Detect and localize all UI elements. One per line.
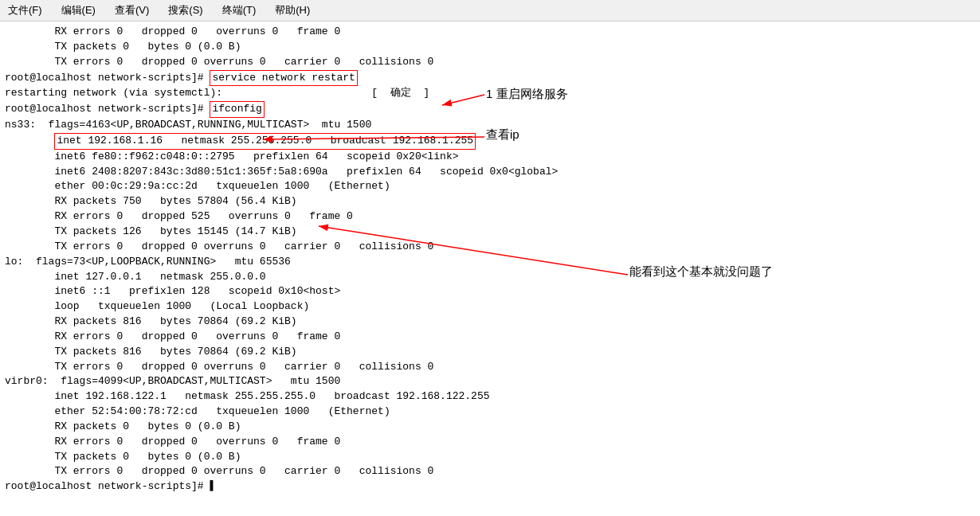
term-line: loop txqueuelen 1000 (Local Loopback) [5, 299, 975, 315]
annotation-inet: 能看到这个基本就没问题了 [629, 264, 773, 280]
term-line: TX errors 0 dropped 0 overruns 0 carrier… [5, 360, 975, 375]
menu-bar: 文件(F)编辑(E)查看(V)搜索(S)终端(T)帮助(H) [0, 0, 980, 22]
term-line: ether 52:54:00:78:72:cd txqueuelen 1000 … [5, 405, 975, 420]
term-line: root@localhost network-scripts]# ▌ [5, 479, 975, 494]
annotation-restart: 1 重启网络服务 [486, 87, 568, 102]
term-line: root@localhost network-scripts]# ifconfi… [5, 101, 975, 118]
term-line: TX errors 0 dropped 0 overruns 0 carrier… [5, 464, 975, 479]
menu-item[interactable]: 帮助(H) [272, 2, 313, 18]
term-line: inet 127.0.0.1 netmask 255.0.0.0 [5, 270, 975, 285]
term-line: TX errors 0 dropped 0 overruns 0 carrier… [5, 55, 975, 70]
service-command: service network restart [210, 70, 357, 87]
term-line: RX packets 750 bytes 57804 (56.4 KiB) [5, 194, 975, 209]
menu-item[interactable]: 文件(F) [5, 2, 45, 18]
term-line: RX errors 0 dropped 0 overruns 0 frame 0 [5, 330, 975, 345]
term-line: RX errors 0 dropped 525 overruns 0 frame… [5, 209, 975, 225]
term-line: TX errors 0 dropped 0 overruns 0 carrier… [5, 240, 975, 255]
menu-item[interactable]: 查看(V) [112, 2, 152, 18]
term-line: TX packets 0 bytes 0 (0.0 B) [5, 450, 975, 465]
term-line: inet6 2408:8207:843c:3d80:51c1:365f:5a8:… [5, 165, 975, 180]
annotation-ifconfig: 查看ip [486, 127, 519, 143]
menu-item[interactable]: 搜索(S) [165, 2, 206, 18]
term-line: inet6 fe80::f962:c048:0::2795 prefixlen … [5, 150, 975, 165]
term-line: RX errors 0 dropped 0 overruns 0 frame 0 [5, 435, 975, 450]
term-line: inet6 ::1 prefixlen 128 scopeid 0x10<hos… [5, 284, 975, 299]
inet-line: inet 192.168.1.16 netmask 255.255.255.0 … [54, 133, 476, 150]
term-line: TX packets 816 bytes 70864 (69.2 KiB) [5, 345, 975, 360]
term-line: ether 00:0c:29:9a:cc:2d txqueuelen 1000 … [5, 179, 975, 194]
menu-item[interactable]: 终端(T) [219, 2, 260, 18]
term-line: RX packets 816 bytes 70864 (69.2 KiB) [5, 315, 975, 330]
term-line: TX packets 126 bytes 15145 (14.7 KiB) [5, 225, 975, 240]
term-line: root@localhost network-scripts]# service… [5, 70, 975, 87]
term-line: lo: flags=73<UP,LOOPBACK,RUNNING> mtu 65… [5, 255, 975, 270]
term-line: virbr0: flags=4099<UP,BROADCAST,MULTICAS… [5, 374, 975, 389]
term-line: RX packets 0 bytes 0 (0.0 B) [5, 420, 975, 435]
terminal-area: RX errors 0 dropped 0 overruns 0 frame 0… [0, 22, 980, 516]
term-line: RX errors 0 dropped 0 overruns 0 frame 0 [5, 25, 975, 40]
term-line: inet 192.168.122.1 netmask 255.255.255.0… [5, 389, 975, 405]
term-line: TX packets 0 bytes 0 (0.0 B) [5, 40, 975, 55]
ifconfig-command: ifconfig [210, 101, 264, 118]
menu-item[interactable]: 编辑(E) [58, 2, 99, 18]
